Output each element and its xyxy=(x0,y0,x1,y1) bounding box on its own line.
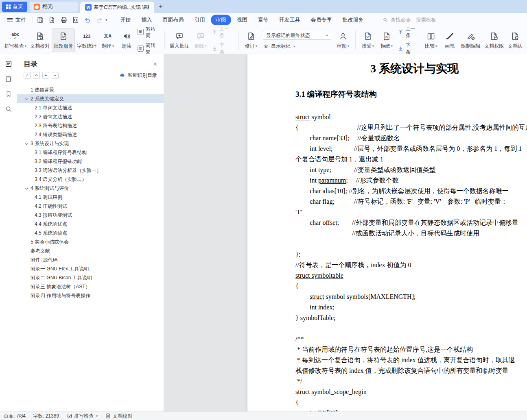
reject-button[interactable]: 拒绝▾ xyxy=(377,28,396,52)
command-search[interactable]: 查找命令、搜索模板 xyxy=(383,17,437,24)
ink-button[interactable]: 画笔 xyxy=(440,28,459,52)
toc-item[interactable]: 2.4 错误类型码描述 xyxy=(17,130,164,139)
toc-item-label: 参考文献 xyxy=(31,248,50,255)
accept-button[interactable]: 接受▾ xyxy=(359,28,377,52)
toc-item[interactable]: 4.4 系统的优点 xyxy=(17,220,164,228)
toc-collapse-all-icon[interactable]: − xyxy=(52,72,59,79)
document-canvas[interactable]: 3 系统设计与实现 3.1 编译程序符号表结构 struct symbol{ /… xyxy=(164,54,527,411)
word-count-button[interactable]: 123 字数统计 xyxy=(75,28,98,52)
toc-expand-all-icon[interactable]: + xyxy=(42,72,49,79)
document-page[interactable]: 3 系统设计与实现 3.1 编译程序符号表结构 struct symbol{ /… xyxy=(247,54,527,411)
toc-item[interactable]: 3.2 编译程序报错功能 xyxy=(17,157,164,166)
smart-recognize-button[interactable]: 智能识别目录 xyxy=(119,72,157,79)
divider xyxy=(164,31,165,50)
toc-item[interactable]: 附件: 源代码 xyxy=(17,255,164,264)
menu-tab-references[interactable]: 引用 xyxy=(190,15,210,25)
chevron-down-icon[interactable] xyxy=(25,97,28,100)
menu-tab-dev-tools[interactable]: 开发工具 xyxy=(274,15,305,25)
toc-item[interactable]: 2.2 语句文法描述 xyxy=(17,112,164,121)
toc-item[interactable]: 4.2 正确性测试 xyxy=(17,202,164,211)
next-comment-button[interactable]: 下一条 xyxy=(212,42,234,54)
toc-item[interactable]: 4.5 系统的缺点 xyxy=(17,228,164,237)
save-button[interactable] xyxy=(36,16,44,24)
writer-doc-icon: W xyxy=(85,4,92,11)
markup-state-dropdown[interactable]: 显示标记的最终状态 ▾ xyxy=(263,31,331,40)
restrict-editing-button[interactable]: 限制编辑 xyxy=(459,28,482,52)
home-tab[interactable]: 首页 xyxy=(2,2,27,12)
menu-tab-start[interactable]: 开始 xyxy=(116,15,136,25)
file-menu-button[interactable]: 文件 xyxy=(4,16,29,24)
toc-item[interactable]: 参考文献 xyxy=(17,246,164,255)
toc-item[interactable]: 3.4 语义分析（实验二） xyxy=(17,175,164,184)
toc-collapse-icon[interactable] xyxy=(33,72,40,79)
menu-tab-section[interactable]: 章节 xyxy=(253,15,273,25)
toc-item[interactable]: 附录三 抽象语法树（AST） xyxy=(17,282,164,291)
catalog-pane-icon[interactable] xyxy=(4,60,13,68)
toc-item[interactable]: 1 选题背景 xyxy=(17,85,164,94)
print-preview-button[interactable] xyxy=(72,16,80,24)
word-count-indicator[interactable]: 字数: 21389 xyxy=(33,413,59,420)
toc-item[interactable]: 2 系统关键定义 xyxy=(17,94,164,103)
doc-permission-button[interactable]: 文档权限 xyxy=(483,28,506,52)
bookmark-pane-icon[interactable] xyxy=(4,90,13,98)
prev-comment-button[interactable]: 上一条 xyxy=(212,27,234,39)
show-markup-button[interactable]: 显示标记 ▾ xyxy=(263,43,331,50)
chapter-pane-icon[interactable] xyxy=(4,75,13,83)
toc-select-icon[interactable]: ✓ xyxy=(24,72,31,79)
toc-item[interactable]: 3.1 编译程序符号表结构 xyxy=(17,148,164,157)
toc-item[interactable]: 4.3 报错功能测试 xyxy=(17,211,164,220)
status-spellcheck-button[interactable]: 拼写检查 ▾ xyxy=(66,413,98,420)
doc-certify-button[interactable]: 文档认 xyxy=(506,28,525,52)
search-pane-icon[interactable] xyxy=(4,105,13,113)
menu-bar: 文件 ▾ 开始 插入 页面布局 引用 审阅 视图 章节 开发工具 会员专享 批改… xyxy=(0,13,527,27)
toc-item-label: 附录一 GNU Flex 工具说明 xyxy=(31,265,89,272)
menu-tab-correction-service[interactable]: 批改服务 xyxy=(338,15,369,25)
toc-item[interactable]: 3 系统设计与实现 xyxy=(17,139,164,148)
toc-item[interactable]: 4 系统测试与评价 xyxy=(17,184,164,193)
menu-tab-insert[interactable]: 插入 xyxy=(137,15,157,25)
menu-tab-view[interactable]: 视图 xyxy=(232,15,252,25)
close-icon[interactable]: × xyxy=(153,61,157,67)
toc-item[interactable]: 2.3 符号表结构描述 xyxy=(17,121,164,130)
delete-comment-button[interactable]: 删除▾ xyxy=(191,28,210,52)
trad-to-simp-button[interactable]: 繁繁转简 xyxy=(138,27,160,39)
translate-icon: 文A xyxy=(104,31,112,41)
new-tab-button[interactable]: + xyxy=(156,2,166,11)
menu-tab-page-layout[interactable]: 页面布局 xyxy=(158,15,189,25)
toc-item[interactable]: 2.1 单词文法描述 xyxy=(17,103,164,112)
prev-change-button[interactable]: 上一条 xyxy=(398,27,420,39)
redo-button[interactable] xyxy=(95,16,103,24)
word-count-label: 字数统计 xyxy=(77,43,96,50)
toc-item[interactable]: 附录二 GNU Bison 工具说明 xyxy=(17,273,164,282)
toc-item[interactable]: 3.3 词法语法分析器（实验一） xyxy=(17,166,164,175)
next-comment-icon xyxy=(212,46,218,52)
status-proofread-button[interactable]: 文档校对 xyxy=(105,413,132,420)
toc-item[interactable]: 5 实验小结或体会 xyxy=(17,237,164,246)
reviewers-button[interactable]: 审阅▾ xyxy=(334,28,352,52)
insert-comment-button[interactable]: 插入批注 xyxy=(168,28,191,52)
docer-tab[interactable]: 稻壳 xyxy=(30,2,78,12)
page-indicator[interactable]: 页面: 7/84 xyxy=(4,413,26,420)
prev-change-label: 上一条 xyxy=(406,27,420,39)
print-button[interactable] xyxy=(60,16,68,24)
toc-item[interactable]: 4.1 测试用例 xyxy=(17,193,164,202)
toc-item[interactable]: 附录四 作用域与符号表操作 xyxy=(17,291,164,300)
track-changes-button[interactable]: 修订▾ xyxy=(242,28,260,52)
document-tab[interactable]: W 基于C语言的编...实现 课程论 xyxy=(80,2,154,13)
translate-button[interactable]: 文A 翻译▾ xyxy=(98,28,117,52)
export-button[interactable] xyxy=(48,16,56,24)
spellcheck-button[interactable]: abc✓ 拼写检查▾ xyxy=(2,28,28,52)
toc-item[interactable]: 附录一 GNU Flex 工具说明 xyxy=(17,264,164,273)
menu-tab-review[interactable]: 审阅 xyxy=(211,15,231,25)
qat-more-button[interactable]: ▾ xyxy=(105,18,107,22)
compare-button[interactable]: 比较▾ xyxy=(422,28,440,52)
proofread-button[interactable]: 文档校对 xyxy=(28,28,52,52)
read-aloud-button[interactable]: 朗读 xyxy=(117,28,136,52)
chevron-down-icon[interactable] xyxy=(25,186,28,189)
chevron-down-icon[interactable] xyxy=(25,141,28,145)
next-change-button[interactable]: 下一条 xyxy=(398,42,420,54)
menu-tab-member[interactable]: 会员专享 xyxy=(306,15,337,25)
undo-button[interactable] xyxy=(83,16,92,24)
review-service-button[interactable]: 批改服务 xyxy=(52,28,75,52)
simp-to-trad-button[interactable]: 简简转繁 xyxy=(138,42,160,54)
